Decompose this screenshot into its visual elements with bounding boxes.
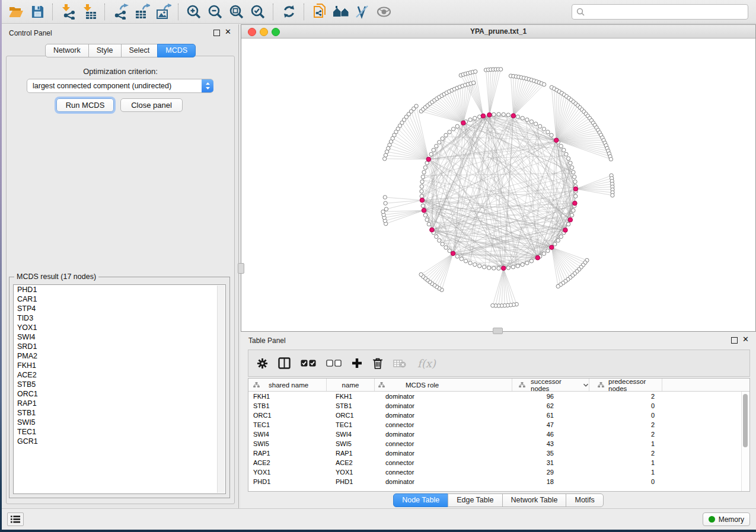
horizontal-splitter-handle[interactable] <box>493 328 503 334</box>
criterion-select[interactable]: largest connected component (undirected) <box>27 79 213 93</box>
delete-table-button[interactable] <box>393 359 406 368</box>
vizmapper-button[interactable] <box>352 2 373 22</box>
list-item[interactable]: STP4 <box>14 304 225 313</box>
tab-style[interactable]: Style <box>88 44 122 57</box>
apply-function-button[interactable]: f(x) <box>417 357 436 370</box>
tab-select[interactable]: Select <box>121 44 158 57</box>
table-row[interactable]: YOX1YOX1connector291 <box>248 467 749 477</box>
list-item[interactable]: PMA2 <box>14 351 225 361</box>
table-row[interactable]: SWI4SWI4dominator462 <box>248 430 749 439</box>
save-session-button[interactable] <box>27 2 48 22</box>
close-panel-button[interactable]: Close panel <box>120 98 183 112</box>
cell: dominator <box>375 393 512 400</box>
cell: connector <box>375 459 512 466</box>
import-table-button[interactable] <box>79 2 100 22</box>
list-item[interactable]: SWI5 <box>14 418 225 427</box>
export-image-icon <box>155 4 171 20</box>
delete-column-button[interactable] <box>372 357 383 369</box>
list-item[interactable]: TEC1 <box>14 427 225 437</box>
export-network-button[interactable] <box>110 2 131 22</box>
column-header-shared-name[interactable]: shared name <box>248 379 327 391</box>
zoom-fit-button[interactable] <box>226 2 247 22</box>
table-scrollbar-thumb[interactable] <box>743 394 748 447</box>
list-item[interactable]: GCR1 <box>14 437 225 446</box>
tab-mcds[interactable]: MCDS <box>157 44 196 57</box>
zoom-selected-button[interactable] <box>247 2 269 22</box>
table-row[interactable]: PHD1PHD1dominator180 <box>248 477 749 486</box>
table-row[interactable]: ACE2ACE2connector311 <box>248 458 749 467</box>
list-item[interactable]: TID3 <box>14 313 225 323</box>
search-input[interactable] <box>588 6 748 18</box>
import-network-icon <box>60 4 76 20</box>
list-scrollbar[interactable] <box>217 286 225 493</box>
table-row[interactable]: RAP1RAP1dominator352 <box>248 448 749 458</box>
close-panel-icon[interactable]: ✕ <box>225 28 231 36</box>
run-mcds-button[interactable]: Run MCDS <box>56 98 114 112</box>
list-item[interactable]: SRD1 <box>14 342 225 351</box>
export-table-button[interactable] <box>131 2 152 22</box>
mcds-result-list[interactable]: PHD1CAR1STP4TID3YOX1SWI4SRD1PMA2FKH1ACE2… <box>13 284 226 494</box>
list-item[interactable]: STB1 <box>14 408 225 418</box>
tab-motifs[interactable]: Motifs <box>566 493 603 507</box>
cell: STB1 <box>248 402 327 409</box>
panel-menu-button[interactable] <box>7 512 24 526</box>
float-panel-icon[interactable] <box>731 337 738 344</box>
export-image-button[interactable] <box>152 2 174 22</box>
list-item[interactable]: CAR1 <box>14 294 225 304</box>
list-item[interactable]: FKH1 <box>14 361 225 370</box>
select-all-button[interactable] <box>301 360 316 367</box>
cell: 2 <box>589 450 662 457</box>
table-row[interactable]: FKH1FKH1dominator962 <box>248 392 749 401</box>
column-header-MCDS-role[interactable]: MCDS role <box>375 379 512 391</box>
create-column-button[interactable] <box>352 358 362 368</box>
share-document-button[interactable] <box>309 2 330 22</box>
list-item[interactable]: ACE2 <box>14 370 225 380</box>
column-header-successor-nodes[interactable]: successor nodes <box>512 379 589 391</box>
cell: 0 <box>589 402 662 409</box>
import-table-icon <box>82 4 98 20</box>
tab-network[interactable]: Network <box>45 44 89 57</box>
float-panel-icon[interactable] <box>213 30 220 36</box>
cell: RAP1 <box>327 450 375 457</box>
tab-edge-table[interactable]: Edge Table <box>448 493 502 507</box>
list-item[interactable]: RAP1 <box>14 399 225 408</box>
refresh-button[interactable] <box>278 2 299 22</box>
control-panel-title: Control Panel <box>9 29 52 37</box>
table-scrollbar[interactable] <box>741 392 749 491</box>
list-item[interactable]: STB5 <box>14 380 225 389</box>
list-item[interactable]: YOX1 <box>14 323 225 332</box>
import-network-button[interactable] <box>58 2 79 22</box>
network-canvas[interactable] <box>241 39 755 331</box>
search-field[interactable] <box>572 4 748 20</box>
vertical-splitter-handle[interactable] <box>238 263 244 274</box>
list-item[interactable]: ORC1 <box>14 389 225 399</box>
cell: SWI5 <box>248 440 327 447</box>
show-columns-button[interactable] <box>278 357 291 369</box>
open-file-button[interactable] <box>5 2 27 22</box>
column-header-name[interactable]: name <box>327 379 375 391</box>
list-item[interactable]: SWI4 <box>14 332 225 342</box>
hide-panels-button[interactable] <box>373 2 394 22</box>
node-table-body: FKH1FKH1dominator962STB1STB1dominator620… <box>248 392 749 486</box>
toolbar-separator <box>104 4 106 20</box>
close-panel-icon[interactable]: ✕ <box>742 335 749 344</box>
zoom-out-button[interactable] <box>205 2 226 22</box>
cell: 1 <box>589 459 662 466</box>
column-type-icon <box>253 382 260 388</box>
network-window-titlebar: YPA_prune.txt_1 <box>241 25 755 39</box>
control-panel-header: Control Panel ✕ <box>2 24 238 40</box>
table-row[interactable]: TEC1TEC1connector472 <box>248 420 749 430</box>
list-item[interactable]: PHD1 <box>14 285 225 294</box>
cell: connector <box>375 469 512 476</box>
tab-node-table[interactable]: Node Table <box>393 493 448 507</box>
deselect-all-button[interactable] <box>326 360 342 367</box>
memory-button[interactable]: Memory <box>703 512 750 526</box>
table-row[interactable]: SWI5SWI5connector431 <box>248 439 749 448</box>
table-row[interactable]: STB1STB1dominator620 <box>248 401 749 411</box>
welcome-screen-button[interactable] <box>330 2 352 22</box>
table-settings-button[interactable] <box>257 358 268 369</box>
zoom-in-button[interactable] <box>183 2 205 22</box>
table-row[interactable]: ORC1ORC1dominator610 <box>248 411 749 420</box>
column-header-predecessor-nodes[interactable]: predecessor nodes <box>589 379 662 391</box>
tab-network-table[interactable]: Network Table <box>502 493 567 507</box>
